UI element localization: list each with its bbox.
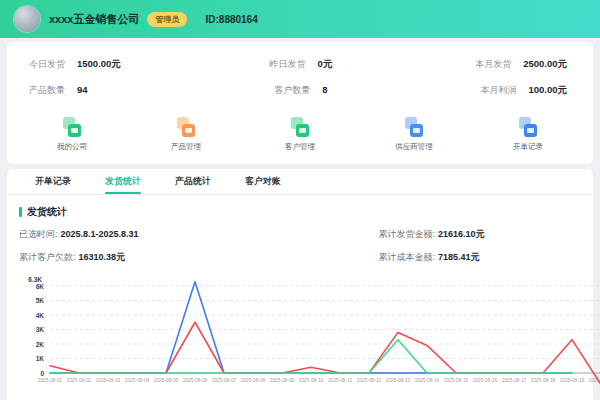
svg-text:2025-08-12: 2025-08-12 — [357, 378, 382, 383]
quick-action-label: 开单记录 — [513, 142, 543, 152]
svg-text:6.3K: 6.3K — [28, 276, 42, 283]
summary-grid: 已选时间: 2025.8.1-2025.8.31 累计发货金额: 21616.1… — [19, 228, 581, 264]
stat-value: 1500.00元 — [77, 58, 121, 71]
svg-text:6K: 6K — [36, 283, 45, 290]
tab-label: 产品统计 — [175, 175, 211, 188]
svg-text:2025-08-11: 2025-08-11 — [328, 378, 353, 383]
svg-text:5K: 5K — [36, 297, 45, 304]
tab-bar: 开单记录 发货统计 产品统计 客户对账 — [7, 169, 593, 195]
svg-text:2025-08-05: 2025-08-05 — [154, 378, 179, 383]
stat-label: 今日发货 — [29, 58, 65, 71]
stats-card: 今日发货 1500.00元 昨日发货 0元 本月发货 2500.00元 产品数量… — [7, 42, 593, 164]
supplier-icon — [404, 117, 424, 137]
tab-shipment-stats[interactable]: 发货统计 — [105, 169, 141, 194]
avatar[interactable] — [14, 6, 40, 32]
quick-action[interactable]: 供应商管理 — [364, 117, 464, 152]
company-name: xxxx五金销售公司 — [49, 12, 139, 27]
svg-text:2025-08-13: 2025-08-13 — [386, 378, 411, 383]
role-badge: 管理员 — [147, 12, 187, 27]
tab-invoice-records[interactable]: 开单记录 — [35, 169, 71, 194]
stat-value: 0元 — [318, 58, 333, 71]
summary-value: 21616.10元 — [438, 228, 485, 241]
svg-text:2025-08-19: 2025-08-19 — [560, 378, 585, 383]
svg-text:2025-08-01: 2025-08-01 — [38, 378, 63, 383]
svg-text:2025-08-15: 2025-08-15 — [444, 378, 469, 383]
summary-item: 累计成本金额: 7185.41元 — [353, 251, 571, 264]
quick-action[interactable]: 产品管理 — [136, 117, 236, 152]
summary-label: 累计成本金额: — [353, 251, 435, 264]
stat-value: 94 — [77, 84, 88, 95]
svg-text:2025-08-04: 2025-08-04 — [125, 378, 150, 383]
quick-actions: 我的公司 产品管理 客户管理 供应商管理 开单记录 — [7, 113, 593, 162]
tab-product-stats[interactable]: 产品统计 — [175, 169, 211, 194]
user-id: ID:8880164 — [205, 14, 257, 25]
stat-value: 2500.00元 — [523, 58, 567, 71]
content-card: 开单记录 发货统计 产品统计 客户对账 发货统计 已选时间: 2025.8.1-… — [7, 169, 593, 400]
quick-action-label: 我的公司 — [57, 142, 87, 152]
svg-text:2025-08-18: 2025-08-18 — [531, 378, 556, 383]
svg-text:2025-08-02: 2025-08-02 — [67, 378, 92, 383]
stat-value: 100.00元 — [528, 84, 567, 97]
invoice-icon — [518, 117, 538, 137]
quick-action[interactable]: 客户管理 — [250, 117, 350, 152]
summary-label: 已选时间: — [19, 228, 58, 241]
svg-text:2025-08-17: 2025-08-17 — [502, 378, 527, 383]
stat-item: 产品数量 94 — [29, 84, 210, 97]
summary-item: 累计客户欠款: 16310.38元 — [19, 251, 353, 264]
customer-icon — [290, 117, 310, 137]
svg-text:2025-08-16: 2025-08-16 — [473, 378, 498, 383]
stat-item: 客户数量 8 — [274, 84, 327, 97]
stat-label: 昨日发货 — [270, 58, 306, 71]
summary-item: 已选时间: 2025.8.1-2025.8.31 — [19, 228, 353, 241]
stat-item: 昨日发货 0元 — [270, 58, 333, 71]
stat-item: 今日发货 1500.00元 — [29, 58, 210, 71]
svg-text:2025-08-03: 2025-08-03 — [96, 378, 121, 383]
shipment-line-chart: 6K5K4K3K2K1K06.3K2025-08-012025-08-02202… — [13, 268, 581, 400]
tab-customer-recon[interactable]: 客户对账 — [245, 169, 281, 194]
svg-text:2025-08-10: 2025-08-10 — [299, 378, 324, 383]
svg-text:4K: 4K — [36, 312, 45, 319]
svg-text:2K: 2K — [36, 341, 45, 348]
section-accent-bar — [19, 207, 22, 217]
section-title: 发货统计 — [19, 205, 581, 219]
stat-label: 客户数量 — [274, 84, 310, 97]
stats-grid: 今日发货 1500.00元 昨日发货 0元 本月发货 2500.00元 产品数量… — [7, 48, 593, 113]
summary-label: 累计发货金额: — [353, 228, 435, 241]
quick-action[interactable]: 开单记录 — [478, 117, 578, 152]
summary-value: 2025.8.1-2025.8.31 — [61, 229, 139, 239]
shipment-stats-section: 发货统计 已选时间: 2025.8.1-2025.8.31 累计发货金额: 21… — [7, 205, 593, 400]
summary-value: 16310.38元 — [79, 251, 126, 264]
quick-action-label: 产品管理 — [171, 142, 201, 152]
stat-label: 本月利润 — [480, 84, 516, 97]
company-icon — [62, 117, 82, 137]
product-icon — [176, 117, 196, 137]
app-header: xxxx五金销售公司 管理员 ID:8880164 — [0, 0, 600, 38]
tab-label: 开单记录 — [35, 175, 71, 188]
quick-action-label: 供应商管理 — [395, 142, 433, 152]
svg-text:2025-08-06: 2025-08-06 — [183, 378, 208, 383]
svg-text:2025-08-08: 2025-08-08 — [241, 378, 266, 383]
svg-text:2025-08-09: 2025-08-09 — [270, 378, 295, 383]
stat-label: 产品数量 — [29, 84, 65, 97]
stat-label: 本月发货 — [475, 58, 511, 71]
summary-value: 7185.41元 — [438, 251, 480, 264]
summary-label: 累计客户欠款: — [19, 251, 76, 264]
svg-text:2025-08-14: 2025-08-14 — [415, 378, 440, 383]
tab-label: 发货统计 — [105, 175, 141, 188]
stat-item: 本月发货 2500.00元 — [475, 58, 573, 71]
quick-action-label: 客户管理 — [285, 142, 315, 152]
summary-item: 累计发货金额: 21616.10元 — [353, 228, 571, 241]
svg-text:2025-08-07: 2025-08-07 — [212, 378, 237, 383]
svg-text:3K: 3K — [36, 326, 45, 333]
quick-action[interactable]: 我的公司 — [22, 117, 122, 152]
stat-item: 本月利润 100.00元 — [480, 84, 573, 97]
svg-text:0: 0 — [40, 370, 44, 377]
svg-text:1K: 1K — [36, 355, 45, 362]
tab-label: 客户对账 — [245, 175, 281, 188]
stat-value: 8 — [322, 84, 327, 95]
